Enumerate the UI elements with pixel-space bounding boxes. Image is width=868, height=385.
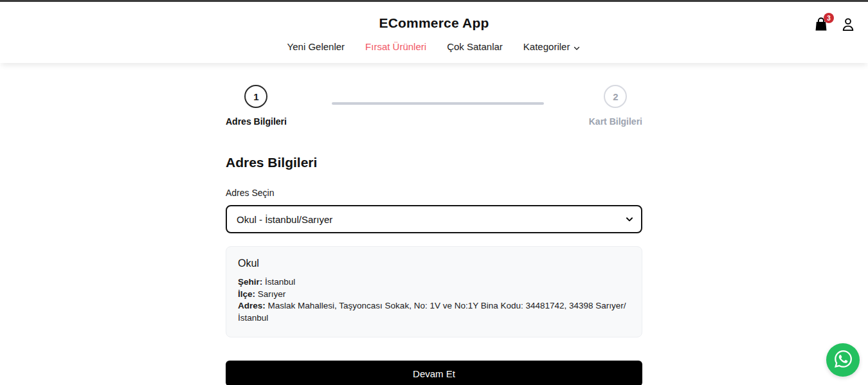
step-label: Kart Bilgileri xyxy=(589,116,642,127)
page-title: Adres Bilgileri xyxy=(226,155,642,170)
address-select-label: Adres Seçin xyxy=(226,188,642,198)
address-select[interactable]: Okul - İstanbul/Sarıyer xyxy=(226,205,642,233)
address-label: Adres: xyxy=(238,301,266,310)
district-label: İlçe: xyxy=(238,289,255,299)
address-title: Okul xyxy=(238,258,630,269)
district-value: Sarıyer xyxy=(258,289,286,299)
cart-count-badge: 3 xyxy=(824,13,834,23)
nav-item-cok-satanlar[interactable]: Çok Satanlar xyxy=(447,41,503,52)
account-button[interactable] xyxy=(840,16,856,33)
whatsapp-button[interactable] xyxy=(826,343,860,377)
address-value: Maslak Mahallesi, Taşyoncası Sokak, No: … xyxy=(238,301,626,323)
step-number: 1 xyxy=(244,85,267,108)
nav-item-yeni-gelenler[interactable]: Yeni Gelenler xyxy=(287,41,345,52)
address-district-line: İlçe: Sarıyer xyxy=(238,289,630,301)
chevron-down-icon xyxy=(573,43,581,51)
checkout-stepper: 1 Adres Bilgileri 2 Kart Bilgileri xyxy=(226,85,642,127)
whatsapp-icon xyxy=(835,350,852,370)
cart-button[interactable]: 3 xyxy=(813,16,829,33)
city-label: Şehir: xyxy=(238,277,262,287)
stepper-step-address: 1 Adres Bilgileri xyxy=(226,85,287,127)
app-header: ECommerce App Yeni Gelenler Fırsat Ürünl… xyxy=(0,2,868,63)
stepper-connector xyxy=(332,102,544,105)
shopping-bag-icon xyxy=(813,24,829,35)
nav-item-kategoriler[interactable]: Kategoriler xyxy=(523,41,581,52)
address-city-line: Şehir: İstanbul xyxy=(238,276,630,289)
app-title: ECommerce App xyxy=(0,2,868,31)
main-nav: Yeni Gelenler Fırsat Ürünleri Çok Satanl… xyxy=(0,41,868,52)
header-icons: 3 xyxy=(813,16,856,33)
address-street-line: Adres: Maslak Mahallesi, Taşyoncası Soka… xyxy=(238,300,630,324)
address-detail-card: Okul Şehir: İstanbul İlçe: Sarıyer Adres… xyxy=(226,246,642,337)
step-label: Adres Bilgileri xyxy=(226,116,287,127)
stepper-step-card: 2 Kart Bilgileri xyxy=(589,85,642,127)
nav-item-label: Kategoriler xyxy=(523,41,570,52)
address-details: Şehir: İstanbul İlçe: Sarıyer Adres: Mas… xyxy=(238,276,630,324)
checkout-content: 1 Adres Bilgileri 2 Kart Bilgileri Adres… xyxy=(226,85,642,385)
person-icon xyxy=(840,24,856,35)
continue-button[interactable]: Devam Et xyxy=(226,361,642,385)
city-value: İstanbul xyxy=(265,277,295,287)
step-number: 2 xyxy=(604,85,627,108)
address-select-wrapper: Okul - İstanbul/Sarıyer xyxy=(226,205,642,233)
nav-item-firsat-urunleri[interactable]: Fırsat Ürünleri xyxy=(365,41,426,52)
